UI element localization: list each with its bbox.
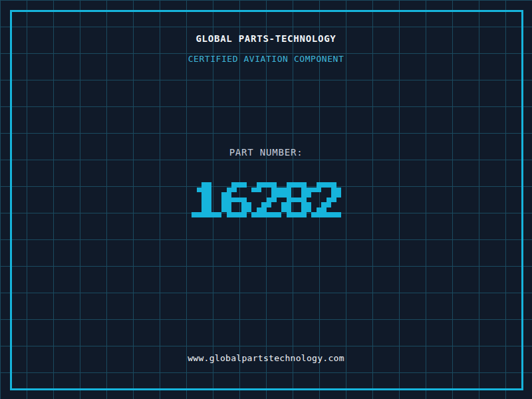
company-name: GLOBAL PARTS-TECHNOLOGY xyxy=(0,33,532,44)
certification-subtitle: CERTIFIED AVIATION COMPONENT xyxy=(0,54,532,64)
part-number-value xyxy=(0,182,532,217)
part-number-label: PART NUMBER: xyxy=(0,147,532,158)
website-url: www.globalpartstechnology.com xyxy=(0,353,532,363)
blueprint-part-card: GLOBAL PARTS-TECHNOLOGY CERTIFIED AVIATI… xyxy=(0,0,532,399)
